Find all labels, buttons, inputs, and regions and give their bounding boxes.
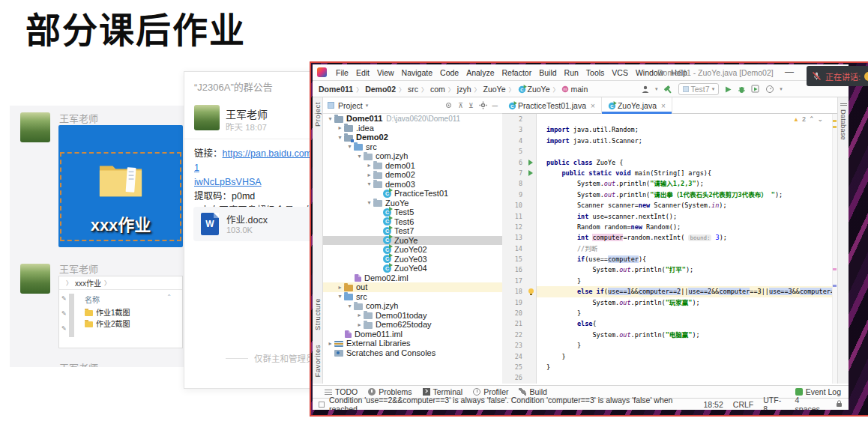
- tree-item-ZuoYe[interactable]: ▾ZuoYe: [323, 199, 502, 208]
- minimize-button[interactable]: —: [779, 64, 800, 79]
- next-warning-icon[interactable]: ⌄: [817, 115, 823, 123]
- run-coverage-button[interactable]: [751, 85, 760, 94]
- tree-item-Demo02[interactable]: ▾Demo02: [323, 133, 502, 142]
- tree-item-External Libraries[interactable]: ▸External Libraries: [323, 339, 502, 348]
- tree-item-com.jzyh[interactable]: ▾com.jzyh: [323, 301, 502, 311]
- project-panel-header[interactable]: Project ▾ ⊼ ⊻ ─: [323, 97, 502, 114]
- avatar[interactable]: [20, 112, 50, 142]
- tree-item-demo03[interactable]: ▾demo03: [323, 180, 502, 190]
- tree-item-Scratches and Consoles[interactable]: Scratches and Consoles: [323, 348, 502, 358]
- tool-window-database[interactable]: Database: [840, 109, 848, 140]
- ide-window[interactable]: FileEditViewNavigateCodeAnalyzeRefactorB…: [313, 64, 849, 410]
- breadcrumb-item[interactable]: ZuoYe: [483, 85, 506, 94]
- indent-setting[interactable]: 4 spaces: [795, 396, 826, 411]
- tree-item-demo02[interactable]: ▸demo02: [323, 170, 502, 180]
- tree-item-PracticeTest01[interactable]: PracticeTest01: [323, 189, 502, 199]
- run-config-select[interactable]: Test7 ▾: [678, 83, 720, 95]
- encoding[interactable]: UTF-8: [763, 396, 785, 411]
- breadcrumb-item[interactable]: main: [570, 85, 588, 94]
- chat-explorer-message[interactable]: 〉 xxx作业 〉 ✎ ✎ ✎ 名称 ⌃ 作业1截图作业2截图: [58, 276, 183, 348]
- menu-navigate[interactable]: Navigate: [398, 64, 436, 81]
- breadcrumb-item[interactable]: jzyh: [457, 85, 471, 94]
- menu-run[interactable]: Run: [561, 64, 582, 81]
- run-button[interactable]: [724, 85, 732, 94]
- tree-item-.idea[interactable]: ▸.idea: [323, 124, 502, 133]
- tool-window-structure[interactable]: Structure: [313, 298, 322, 330]
- close-icon[interactable]: ×: [591, 102, 595, 110]
- editor-scrollbar[interactable]: [832, 114, 837, 384]
- tree-item-ZuoYe03[interactable]: ZuoYe03: [323, 255, 502, 264]
- tree-item-Demo01today[interactable]: ▸Demo01today: [323, 311, 502, 321]
- explorer-folder[interactable]: 作业1截图: [79, 306, 182, 318]
- tree-item-src[interactable]: ▾src: [323, 142, 502, 152]
- explorer-folder[interactable]: 作业2截图: [79, 318, 182, 329]
- breadcrumb-item[interactable]: com: [430, 85, 445, 94]
- tree-item-Dome011.iml[interactable]: Dome011.iml: [323, 330, 502, 339]
- avatar[interactable]: [20, 264, 50, 294]
- menu-build[interactable]: Build: [535, 64, 560, 81]
- tree-item-src[interactable]: ▾src: [323, 292, 502, 302]
- tree-item-Demo625today[interactable]: ▸Demo625today: [323, 320, 502, 330]
- close-icon[interactable]: ×: [661, 102, 666, 110]
- baidu-pan-link[interactable]: iwNcLpBsVHSA: [194, 177, 262, 187]
- tree-item-demo01[interactable]: ▸demo01: [323, 161, 502, 171]
- tree-item-com.jzyh[interactable]: ▾com.jzyh: [323, 151, 502, 161]
- tool-window-project[interactable]: Project: [313, 102, 322, 127]
- tree-label: Test7: [394, 226, 414, 235]
- locate-icon[interactable]: [444, 101, 453, 109]
- menu-file[interactable]: File: [332, 64, 352, 81]
- profiler-button[interactable]: [765, 85, 774, 94]
- debug-button[interactable]: [738, 85, 746, 94]
- chat-image-message[interactable]: xxx作业: [58, 125, 183, 247]
- todo-icon: [325, 390, 332, 396]
- inspection-widget[interactable]: ▲ 2 ⌃ ⌄: [791, 115, 825, 123]
- breadcrumb-item[interactable]: ZuoYe: [528, 85, 550, 94]
- commit-user-icon[interactable]: [641, 85, 650, 94]
- menu-edit[interactable]: Edit: [352, 64, 373, 81]
- token: .println(: [631, 299, 666, 306]
- menu-analyze[interactable]: Analyze: [462, 64, 498, 81]
- lib-icon: [334, 341, 343, 347]
- tree-item-ZuoYe04[interactable]: ZuoYe04: [323, 264, 502, 273]
- attachment-card[interactable]: W 作业.docx 103.0K: [193, 207, 319, 241]
- tree-item-Test5[interactable]: Test5: [323, 208, 502, 217]
- caret-position[interactable]: 18:52: [704, 400, 723, 409]
- line-number: 18: [502, 286, 526, 297]
- collapse-all-icon[interactable]: ⊻: [468, 102, 474, 109]
- tree-item-Dome011[interactable]: ▾Dome011D:\java0620\Dome011: [323, 114, 502, 124]
- tree-item-out[interactable]: ▸out: [323, 282, 502, 292]
- build-hammer-icon[interactable]: [663, 85, 673, 94]
- token: System.: [546, 331, 619, 339]
- avatar[interactable]: [194, 105, 220, 130]
- breadcrumb-item[interactable]: Dome011: [319, 85, 353, 94]
- tree-item-Test7[interactable]: Test7: [323, 226, 502, 236]
- intention-bulb-icon[interactable]: [528, 288, 534, 294]
- menu-view[interactable]: View: [373, 64, 398, 81]
- tree-item-ZuoYe02[interactable]: ZuoYe02: [323, 245, 502, 255]
- menu-tools[interactable]: Tools: [582, 64, 609, 81]
- tree-item-ZuoYe[interactable]: ZuoYe: [323, 236, 502, 246]
- prev-warning-icon[interactable]: ⌃: [809, 115, 815, 123]
- hide-icon[interactable]: ─: [492, 101, 498, 110]
- speaker-avatar: [864, 72, 868, 81]
- breadcrumb-item[interactable]: src: [408, 85, 418, 94]
- tab-ZuoYe.java[interactable]: ZuoYe.java×: [602, 97, 672, 114]
- menu-vcs[interactable]: VCS: [608, 64, 632, 81]
- run-line-icon[interactable]: [528, 160, 533, 166]
- code-editor[interactable]: 23import java.util.Random;4import java.u…: [502, 114, 837, 384]
- tab-PracticeTest01.java[interactable]: PracticeTest01.java×: [502, 97, 602, 114]
- gear-icon[interactable]: [479, 101, 487, 109]
- tree-item-Test6[interactable]: Test6: [323, 217, 502, 227]
- tree-item-Demo02.iml[interactable]: Demo02.iml: [323, 273, 502, 283]
- tool-window-favorites[interactable]: Favorites: [313, 345, 322, 378]
- scrollbar[interactable]: [69, 294, 74, 337]
- menu-code[interactable]: Code: [436, 64, 462, 81]
- lock-icon[interactable]: [836, 400, 843, 409]
- line-ending[interactable]: CRLF: [733, 400, 753, 409]
- menu-refactor[interactable]: Refactor: [498, 64, 536, 81]
- expand-all-icon[interactable]: ⊼: [458, 102, 463, 109]
- run-line-icon[interactable]: [528, 170, 533, 176]
- column-header-name[interactable]: 名称 ⌃: [79, 291, 182, 306]
- breadcrumb-item[interactable]: Demo02: [365, 85, 396, 94]
- breadcrumb-folder[interactable]: xxx作业: [75, 277, 101, 288]
